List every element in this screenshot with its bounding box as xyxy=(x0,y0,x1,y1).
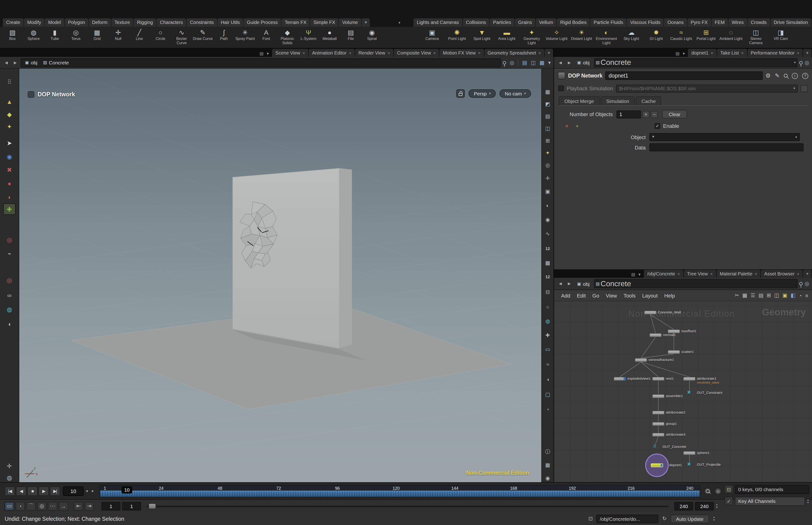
spin-up-icon[interactable]: ▲ xyxy=(713,516,715,519)
shelf-tab[interactable]: Viscous Fluids xyxy=(627,18,664,27)
remove-object-button[interactable]: − xyxy=(651,111,658,118)
breadcrumb-node[interactable]: ▧ Concrete xyxy=(41,59,71,66)
pane-layout-icon[interactable]: ▤ xyxy=(259,51,263,56)
viewport-tool-icon[interactable]: ✦ xyxy=(3,121,16,132)
shelf-tool[interactable]: ● Metaball xyxy=(319,28,340,41)
breadcrumb-context[interactable]: ▣ obj xyxy=(22,59,40,66)
close-icon[interactable]: × xyxy=(797,271,799,276)
display-option-icon[interactable]: 12 xyxy=(543,244,552,253)
playback-button[interactable]: ◀ xyxy=(16,486,26,496)
shelf-tab[interactable]: Wires xyxy=(729,18,747,27)
playback-option-icon[interactable]: ⋯ xyxy=(48,502,57,510)
shelf-tool[interactable]: ≈ Caustic Light xyxy=(669,28,693,41)
back-icon[interactable]: ◀ xyxy=(3,59,10,66)
node-body[interactable] xyxy=(668,329,680,333)
enable-checkbox[interactable]: ✓ xyxy=(655,123,660,129)
network-toolbar-icon[interactable]: ◧ xyxy=(791,292,796,298)
shelf-tab[interactable]: Simple FX xyxy=(310,18,338,27)
node-body[interactable] xyxy=(652,377,664,381)
menu-item[interactable]: Tools xyxy=(620,291,639,300)
back-icon[interactable]: ◀ xyxy=(557,59,564,66)
shelf-tab[interactable]: Lights and Cameras xyxy=(414,18,462,27)
spin-up-icon[interactable]: ▲ xyxy=(807,498,809,501)
range-start-field[interactable]: 1 xyxy=(102,502,120,510)
add-pane-tab-button[interactable]: + xyxy=(803,270,812,278)
menu-item[interactable]: Add xyxy=(558,291,573,300)
viewport-tool-icon[interactable]: ◎ xyxy=(3,274,16,286)
delete-entry-icon[interactable]: × xyxy=(565,123,568,129)
shelf-tab[interactable]: Deform xyxy=(89,18,111,27)
shelf-tab[interactable]: Vellum xyxy=(536,18,556,27)
viewport-tool-icon[interactable]: ◆ xyxy=(3,108,16,120)
spinner-icons[interactable]: ▲ ▼ xyxy=(713,516,715,521)
shelf-tab[interactable]: FEM xyxy=(711,18,728,27)
display-option-icon[interactable]: ✦ xyxy=(543,149,552,157)
display-option-icon[interactable]: ▦ xyxy=(543,87,552,96)
spin-down-icon[interactable]: ▼ xyxy=(807,501,809,504)
pane-tab[interactable]: Animation Editor × xyxy=(309,49,354,57)
shelf-tool[interactable]: ☀ Distant Light xyxy=(569,28,594,41)
node-body[interactable] xyxy=(635,358,647,362)
display-option-icon[interactable]: ○ xyxy=(543,303,552,311)
menu-item[interactable]: Edit xyxy=(573,291,589,300)
current-node-path-field[interactable]: /obj/Concrete/do... xyxy=(597,514,659,523)
shelf-tool[interactable]: ◌ Ambient Light xyxy=(719,28,744,41)
radial-menu-icon[interactable]: ◎ xyxy=(805,59,809,65)
auto-update-dropdown[interactable]: Auto Update xyxy=(670,514,709,523)
close-icon[interactable]: × xyxy=(538,50,541,55)
refresh-icon[interactable]: ↻ xyxy=(662,515,667,522)
radial-menu-icon[interactable]: ◎ xyxy=(510,59,514,65)
caret-down-icon[interactable]: ▾ xyxy=(794,87,795,90)
view-layout-icon[interactable]: ◫ xyxy=(531,59,536,65)
timeline-ruler[interactable]: 124487296120144168192216240 10 xyxy=(99,485,700,497)
pane-tab[interactable]: Material Palette × xyxy=(716,270,761,278)
shelf-tab[interactable]: Collisions xyxy=(463,18,489,27)
playback-option-icon[interactable]: ◎ xyxy=(37,502,47,510)
param-folder-tab[interactable]: Simulation xyxy=(600,96,635,105)
node-body[interactable] xyxy=(649,333,662,337)
shelf-tab[interactable]: Modify xyxy=(24,18,44,27)
shelf-tool[interactable]: ▦ Grid xyxy=(87,28,108,41)
network-toolbar-icon[interactable]: ✂ xyxy=(735,292,739,298)
display-option-icon[interactable]: 12 xyxy=(543,273,552,281)
playback-option-icon[interactable]: ⌒ xyxy=(26,502,36,510)
shelf-tool[interactable]: ▣ Camera xyxy=(419,28,445,41)
shelf-tab[interactable]: Terrain FX xyxy=(281,18,310,27)
spin-down-icon[interactable]: ▼ xyxy=(713,519,715,521)
view-layout-icon[interactable]: ▦ xyxy=(539,59,545,65)
playback-button[interactable]: ■ xyxy=(27,486,37,496)
menu-item[interactable]: View xyxy=(602,291,620,300)
close-icon[interactable]: × xyxy=(303,50,305,55)
menu-item[interactable]: Help xyxy=(661,291,678,300)
shelf-tool[interactable]: ✳ Spray Paint xyxy=(234,28,256,41)
shelf-tool[interactable]: ✎ Draw Curve xyxy=(192,28,213,41)
close-icon[interactable]: × xyxy=(677,271,680,276)
radial-menu-icon[interactable]: ◎ xyxy=(805,281,809,287)
camera-lock-button[interactable] xyxy=(457,89,465,98)
menu-item[interactable]: Go xyxy=(589,291,602,300)
pane-menu-caret-icon[interactable]: ▾ xyxy=(267,51,269,56)
pane-tab[interactable]: Geometry Spreadsheet × xyxy=(484,49,544,57)
viewport-tool-icon[interactable]: ◍ xyxy=(3,304,16,315)
pane-tab[interactable]: Performance Monitor × xyxy=(747,49,802,57)
node-body[interactable] xyxy=(683,451,695,455)
range-memory-button[interactable]: ⇥ xyxy=(85,502,94,510)
viewport-tool-icon[interactable]: ◗ xyxy=(3,191,16,202)
network-toolbar-icon[interactable]: ≡ xyxy=(805,292,808,298)
node-body[interactable] xyxy=(644,311,657,314)
shelf-add-tab-button[interactable]: + xyxy=(362,18,370,27)
range-end-field[interactable]: 240 xyxy=(695,502,714,510)
timeline-zoom-icon[interactable] xyxy=(704,487,711,495)
network-toolbar-icon[interactable]: ◫ xyxy=(774,292,779,298)
close-icon[interactable]: × xyxy=(710,271,713,276)
shelf-tab[interactable]: Create xyxy=(3,18,24,27)
viewport-tool-icon[interactable]: ✖ xyxy=(3,164,16,175)
playback-button[interactable]: ▶| xyxy=(50,486,60,496)
file-chooser-button[interactable] xyxy=(801,85,808,92)
shelf-tab[interactable]: Particles xyxy=(490,18,515,27)
range-memory-button[interactable]: ⇤ xyxy=(74,502,83,510)
shelf-overflow-caret-icon[interactable]: ▾ xyxy=(398,21,400,25)
display-option-icon[interactable]: ▩ xyxy=(543,258,552,267)
pane-tab[interactable]: Composite View × xyxy=(394,49,439,57)
shelf-tool[interactable]: ╱ Line xyxy=(129,28,150,41)
